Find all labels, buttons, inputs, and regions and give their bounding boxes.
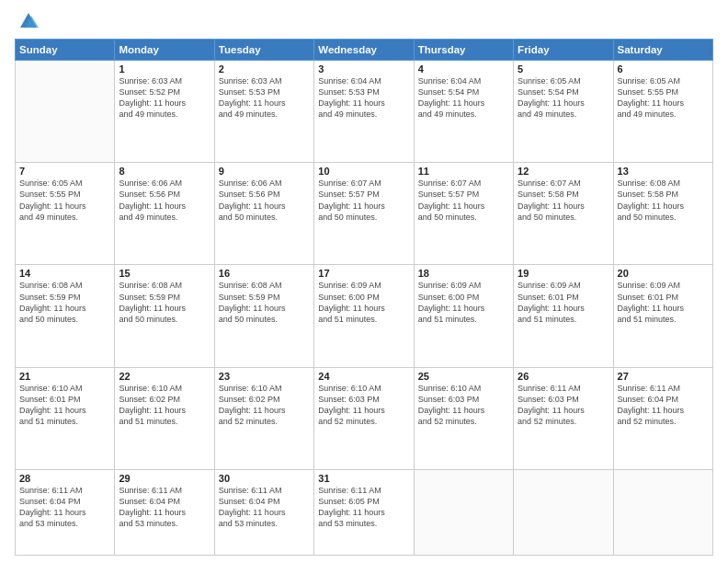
calendar-cell: 31Sunrise: 6:11 AM Sunset: 6:05 PM Dayli… — [314, 469, 414, 555]
day-info: Sunrise: 6:09 AM Sunset: 6:01 PM Dayligh… — [618, 280, 709, 325]
calendar-week-row: 1Sunrise: 6:03 AM Sunset: 5:52 PM Daylig… — [16, 61, 713, 163]
day-number: 28 — [19, 473, 110, 484]
day-number: 13 — [618, 166, 709, 177]
calendar-cell: 3Sunrise: 6:04 AM Sunset: 5:53 PM Daylig… — [314, 61, 414, 163]
day-info: Sunrise: 6:11 AM Sunset: 6:04 PM Dayligh… — [19, 485, 110, 530]
calendar-cell: 7Sunrise: 6:05 AM Sunset: 5:55 PM Daylig… — [16, 163, 115, 265]
day-number: 30 — [219, 473, 310, 484]
calendar-cell: 5Sunrise: 6:05 AM Sunset: 5:54 PM Daylig… — [514, 61, 613, 163]
logo-icon — [18, 11, 39, 31]
calendar-cell: 28Sunrise: 6:11 AM Sunset: 6:04 PM Dayli… — [16, 469, 115, 555]
day-info: Sunrise: 6:05 AM Sunset: 5:55 PM Dayligh… — [618, 75, 709, 121]
day-number: 29 — [119, 473, 210, 484]
calendar-cell: 4Sunrise: 6:04 AM Sunset: 5:54 PM Daylig… — [414, 61, 513, 163]
day-info: Sunrise: 6:06 AM Sunset: 5:56 PM Dayligh… — [219, 178, 310, 223]
day-info: Sunrise: 6:05 AM Sunset: 5:55 PM Dayligh… — [19, 178, 110, 223]
day-info: Sunrise: 6:10 AM Sunset: 6:01 PM Dayligh… — [19, 383, 110, 428]
calendar-header-row: SundayMondayTuesdayWednesdayThursdayFrid… — [16, 40, 713, 61]
calendar-cell: 20Sunrise: 6:09 AM Sunset: 6:01 PM Dayli… — [613, 265, 712, 367]
day-info: Sunrise: 6:08 AM Sunset: 5:59 PM Dayligh… — [219, 280, 310, 325]
calendar-cell — [514, 469, 613, 555]
day-number: 11 — [418, 166, 509, 177]
day-number: 5 — [518, 63, 609, 75]
calendar-cell: 18Sunrise: 6:09 AM Sunset: 6:00 PM Dayli… — [414, 265, 513, 367]
day-info: Sunrise: 6:11 AM Sunset: 6:05 PM Dayligh… — [318, 485, 409, 530]
calendar-cell: 29Sunrise: 6:11 AM Sunset: 6:04 PM Dayli… — [115, 469, 214, 555]
calendar-cell: 25Sunrise: 6:10 AM Sunset: 6:03 PM Dayli… — [414, 367, 513, 469]
calendar-cell: 19Sunrise: 6:09 AM Sunset: 6:01 PM Dayli… — [514, 265, 613, 367]
day-number: 8 — [119, 166, 210, 177]
calendar-header-wednesday: Wednesday — [314, 40, 414, 61]
day-number: 2 — [219, 63, 310, 75]
header — [15, 11, 713, 31]
day-info: Sunrise: 6:10 AM Sunset: 6:03 PM Dayligh… — [418, 383, 509, 428]
calendar-cell: 9Sunrise: 6:06 AM Sunset: 5:56 PM Daylig… — [214, 163, 313, 265]
day-info: Sunrise: 6:11 AM Sunset: 6:03 PM Dayligh… — [518, 383, 609, 428]
day-number: 4 — [418, 63, 509, 75]
day-number: 12 — [518, 166, 609, 177]
calendar-week-row: 21Sunrise: 6:10 AM Sunset: 6:01 PM Dayli… — [16, 367, 713, 469]
calendar-header-thursday: Thursday — [414, 40, 513, 61]
calendar-cell: 12Sunrise: 6:07 AM Sunset: 5:58 PM Dayli… — [514, 163, 613, 265]
day-info: Sunrise: 6:04 AM Sunset: 5:53 PM Dayligh… — [318, 75, 409, 121]
day-info: Sunrise: 6:10 AM Sunset: 6:02 PM Dayligh… — [219, 383, 310, 428]
calendar-cell: 27Sunrise: 6:11 AM Sunset: 6:04 PM Dayli… — [613, 367, 712, 469]
day-number: 14 — [19, 268, 110, 279]
calendar-cell: 10Sunrise: 6:07 AM Sunset: 5:57 PM Dayli… — [314, 163, 414, 265]
day-number: 21 — [19, 371, 110, 382]
calendar-week-row: 28Sunrise: 6:11 AM Sunset: 6:04 PM Dayli… — [16, 469, 713, 555]
calendar-cell: 14Sunrise: 6:08 AM Sunset: 5:59 PM Dayli… — [16, 265, 115, 367]
page: SundayMondayTuesdayWednesdayThursdayFrid… — [0, 0, 728, 563]
day-number: 1 — [119, 63, 210, 75]
day-info: Sunrise: 6:08 AM Sunset: 5:59 PM Dayligh… — [119, 280, 210, 325]
day-info: Sunrise: 6:10 AM Sunset: 6:03 PM Dayligh… — [318, 383, 409, 428]
day-info: Sunrise: 6:03 AM Sunset: 5:53 PM Dayligh… — [219, 75, 310, 121]
day-number: 9 — [219, 166, 310, 177]
day-number: 20 — [618, 268, 709, 279]
day-info: Sunrise: 6:07 AM Sunset: 5:58 PM Dayligh… — [518, 178, 609, 223]
calendar-cell: 26Sunrise: 6:11 AM Sunset: 6:03 PM Dayli… — [514, 367, 613, 469]
calendar-cell: 6Sunrise: 6:05 AM Sunset: 5:55 PM Daylig… — [613, 61, 712, 163]
calendar-cell: 2Sunrise: 6:03 AM Sunset: 5:53 PM Daylig… — [214, 61, 313, 163]
logo — [15, 11, 39, 31]
day-number: 24 — [318, 371, 409, 382]
day-number: 3 — [318, 63, 409, 75]
calendar-header-friday: Friday — [514, 40, 613, 61]
calendar-table: SundayMondayTuesdayWednesdayThursdayFrid… — [15, 39, 713, 556]
day-info: Sunrise: 6:07 AM Sunset: 5:57 PM Dayligh… — [418, 178, 509, 223]
day-info: Sunrise: 6:06 AM Sunset: 5:56 PM Dayligh… — [119, 178, 210, 223]
day-info: Sunrise: 6:03 AM Sunset: 5:52 PM Dayligh… — [119, 75, 210, 121]
day-number: 16 — [219, 268, 310, 279]
calendar-cell: 17Sunrise: 6:09 AM Sunset: 6:00 PM Dayli… — [314, 265, 414, 367]
calendar-cell: 22Sunrise: 6:10 AM Sunset: 6:02 PM Dayli… — [115, 367, 214, 469]
day-number: 19 — [518, 268, 609, 279]
day-info: Sunrise: 6:09 AM Sunset: 6:00 PM Dayligh… — [318, 280, 409, 325]
day-number: 26 — [518, 371, 609, 382]
day-number: 6 — [618, 63, 709, 75]
day-info: Sunrise: 6:05 AM Sunset: 5:54 PM Dayligh… — [518, 75, 609, 121]
day-number: 17 — [318, 268, 409, 279]
day-info: Sunrise: 6:09 AM Sunset: 6:00 PM Dayligh… — [418, 280, 509, 325]
calendar-cell: 16Sunrise: 6:08 AM Sunset: 5:59 PM Dayli… — [214, 265, 313, 367]
day-number: 18 — [418, 268, 509, 279]
day-number: 7 — [19, 166, 110, 177]
calendar-header-tuesday: Tuesday — [214, 40, 313, 61]
day-info: Sunrise: 6:11 AM Sunset: 6:04 PM Dayligh… — [119, 485, 210, 530]
day-info: Sunrise: 6:10 AM Sunset: 6:02 PM Dayligh… — [119, 383, 210, 428]
calendar-header-sunday: Sunday — [16, 40, 115, 61]
calendar-week-row: 7Sunrise: 6:05 AM Sunset: 5:55 PM Daylig… — [16, 163, 713, 265]
calendar-cell — [16, 61, 115, 163]
calendar-cell: 8Sunrise: 6:06 AM Sunset: 5:56 PM Daylig… — [115, 163, 214, 265]
day-info: Sunrise: 6:08 AM Sunset: 5:59 PM Dayligh… — [19, 280, 110, 325]
day-info: Sunrise: 6:09 AM Sunset: 6:01 PM Dayligh… — [518, 280, 609, 325]
calendar-cell: 30Sunrise: 6:11 AM Sunset: 6:04 PM Dayli… — [214, 469, 313, 555]
day-info: Sunrise: 6:07 AM Sunset: 5:57 PM Dayligh… — [318, 178, 409, 223]
day-info: Sunrise: 6:11 AM Sunset: 6:04 PM Dayligh… — [618, 383, 709, 428]
calendar-header-saturday: Saturday — [613, 40, 712, 61]
calendar-header-monday: Monday — [115, 40, 214, 61]
calendar-cell: 15Sunrise: 6:08 AM Sunset: 5:59 PM Dayli… — [115, 265, 214, 367]
day-number: 27 — [618, 371, 709, 382]
day-number: 23 — [219, 371, 310, 382]
day-info: Sunrise: 6:04 AM Sunset: 5:54 PM Dayligh… — [418, 75, 509, 121]
calendar-cell: 1Sunrise: 6:03 AM Sunset: 5:52 PM Daylig… — [115, 61, 214, 163]
